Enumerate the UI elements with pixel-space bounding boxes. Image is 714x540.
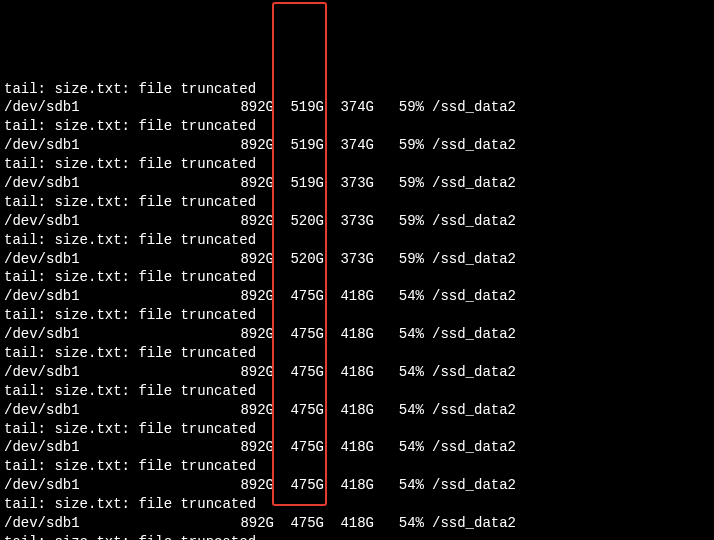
size-column: 892G	[224, 212, 274, 231]
df-output-line: /dev/sdb1892G475G418G54%/ssd_data2	[4, 325, 710, 344]
device-column: /dev/sdb1	[4, 287, 224, 306]
truncated-message-line: tail: size.txt: file truncated	[4, 80, 710, 99]
size-column: 892G	[224, 136, 274, 155]
size-column: 892G	[224, 476, 274, 495]
truncated-message-line: tail: size.txt: file truncated	[4, 193, 710, 212]
used-column: 475G	[274, 514, 324, 533]
df-output-line: /dev/sdb1892G520G373G59%/ssd_data2	[4, 212, 710, 231]
percent-column: 59%	[374, 250, 424, 269]
terminal-output: tail: size.txt: file truncated/dev/sdb18…	[4, 80, 710, 540]
df-output-line: /dev/sdb1892G475G418G54%/ssd_data2	[4, 363, 710, 382]
size-column: 892G	[224, 363, 274, 382]
avail-column: 373G	[324, 174, 374, 193]
avail-column: 418G	[324, 287, 374, 306]
size-column: 892G	[224, 514, 274, 533]
df-output-line: /dev/sdb1892G519G373G59%/ssd_data2	[4, 174, 710, 193]
truncated-message-line: tail: size.txt: file truncated	[4, 155, 710, 174]
avail-column: 373G	[324, 212, 374, 231]
mount-column: /ssd_data2	[424, 250, 516, 269]
device-column: /dev/sdb1	[4, 363, 224, 382]
mount-column: /ssd_data2	[424, 174, 516, 193]
size-column: 892G	[224, 174, 274, 193]
percent-column: 54%	[374, 438, 424, 457]
df-output-line: /dev/sdb1892G475G418G54%/ssd_data2	[4, 438, 710, 457]
device-column: /dev/sdb1	[4, 514, 224, 533]
percent-column: 59%	[374, 174, 424, 193]
avail-column: 418G	[324, 438, 374, 457]
mount-column: /ssd_data2	[424, 514, 516, 533]
mount-column: /ssd_data2	[424, 363, 516, 382]
used-column: 475G	[274, 476, 324, 495]
truncated-message-line: tail: size.txt: file truncated	[4, 306, 710, 325]
df-output-line: /dev/sdb1892G475G418G54%/ssd_data2	[4, 401, 710, 420]
used-column: 519G	[274, 98, 324, 117]
truncated-message-line: tail: size.txt: file truncated	[4, 457, 710, 476]
mount-column: /ssd_data2	[424, 401, 516, 420]
mount-column: /ssd_data2	[424, 287, 516, 306]
truncated-message-line: tail: size.txt: file truncated	[4, 231, 710, 250]
device-column: /dev/sdb1	[4, 325, 224, 344]
truncated-message-line: tail: size.txt: file truncated	[4, 495, 710, 514]
mount-column: /ssd_data2	[424, 438, 516, 457]
device-column: /dev/sdb1	[4, 212, 224, 231]
truncated-message-line: tail: size.txt: file truncated	[4, 420, 710, 439]
mount-column: /ssd_data2	[424, 325, 516, 344]
df-output-line: /dev/sdb1892G475G418G54%/ssd_data2	[4, 476, 710, 495]
avail-column: 374G	[324, 136, 374, 155]
size-column: 892G	[224, 438, 274, 457]
device-column: /dev/sdb1	[4, 476, 224, 495]
device-column: /dev/sdb1	[4, 174, 224, 193]
percent-column: 54%	[374, 401, 424, 420]
truncated-message-line: tail: size.txt: file truncated	[4, 533, 710, 540]
device-column: /dev/sdb1	[4, 250, 224, 269]
percent-column: 59%	[374, 136, 424, 155]
used-column: 475G	[274, 287, 324, 306]
used-column: 520G	[274, 212, 324, 231]
size-column: 892G	[224, 287, 274, 306]
used-column: 475G	[274, 438, 324, 457]
used-column: 520G	[274, 250, 324, 269]
device-column: /dev/sdb1	[4, 98, 224, 117]
df-output-line: /dev/sdb1892G475G418G54%/ssd_data2	[4, 287, 710, 306]
percent-column: 54%	[374, 325, 424, 344]
size-column: 892G	[224, 98, 274, 117]
mount-column: /ssd_data2	[424, 98, 516, 117]
percent-column: 54%	[374, 287, 424, 306]
df-output-line: /dev/sdb1892G519G374G59%/ssd_data2	[4, 136, 710, 155]
avail-column: 418G	[324, 476, 374, 495]
used-column: 475G	[274, 325, 324, 344]
avail-column: 418G	[324, 363, 374, 382]
mount-column: /ssd_data2	[424, 212, 516, 231]
avail-column: 373G	[324, 250, 374, 269]
percent-column: 54%	[374, 476, 424, 495]
size-column: 892G	[224, 325, 274, 344]
percent-column: 59%	[374, 98, 424, 117]
truncated-message-line: tail: size.txt: file truncated	[4, 382, 710, 401]
truncated-message-line: tail: size.txt: file truncated	[4, 268, 710, 287]
df-output-line: /dev/sdb1892G475G418G54%/ssd_data2	[4, 514, 710, 533]
size-column: 892G	[224, 401, 274, 420]
used-column: 519G	[274, 174, 324, 193]
percent-column: 54%	[374, 363, 424, 382]
avail-column: 418G	[324, 325, 374, 344]
avail-column: 418G	[324, 514, 374, 533]
device-column: /dev/sdb1	[4, 401, 224, 420]
percent-column: 59%	[374, 212, 424, 231]
df-output-line: /dev/sdb1892G519G374G59%/ssd_data2	[4, 98, 710, 117]
mount-column: /ssd_data2	[424, 476, 516, 495]
device-column: /dev/sdb1	[4, 438, 224, 457]
device-column: /dev/sdb1	[4, 136, 224, 155]
truncated-message-line: tail: size.txt: file truncated	[4, 344, 710, 363]
percent-column: 54%	[374, 514, 424, 533]
avail-column: 418G	[324, 401, 374, 420]
df-output-line: /dev/sdb1892G520G373G59%/ssd_data2	[4, 250, 710, 269]
used-column: 475G	[274, 363, 324, 382]
size-column: 892G	[224, 250, 274, 269]
truncated-message-line: tail: size.txt: file truncated	[4, 117, 710, 136]
used-column: 519G	[274, 136, 324, 155]
used-column: 475G	[274, 401, 324, 420]
avail-column: 374G	[324, 98, 374, 117]
mount-column: /ssd_data2	[424, 136, 516, 155]
